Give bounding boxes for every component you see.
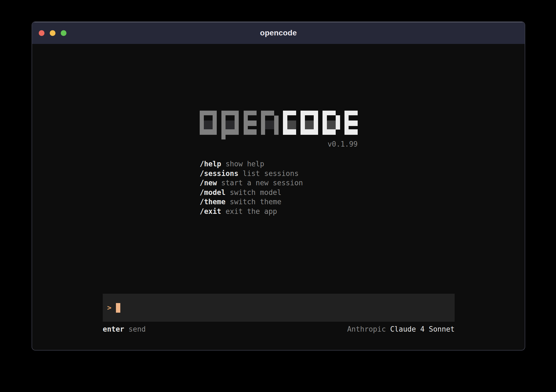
model-name: Claude 4 Sonnet — [390, 324, 455, 334]
command-row: /theme switch theme — [200, 197, 303, 207]
command-row: /sessions list sessions — [200, 169, 303, 178]
status-bar: enter send Anthropic Claude 4 Sonnet — [103, 324, 455, 334]
traffic-lights — [39, 22, 66, 44]
command-desc: show help — [226, 160, 264, 168]
prompt-input[interactable]: > — [103, 294, 455, 322]
text-cursor — [116, 303, 120, 313]
command-name: /exit — [200, 207, 221, 215]
command-desc: list sessions — [243, 169, 299, 178]
command-desc: switch model — [230, 188, 282, 197]
window-title: opencode — [260, 29, 297, 37]
command-name: /new — [200, 179, 217, 187]
model-indicator: Anthropic Claude 4 Sonnet — [347, 324, 455, 334]
provider-name: Anthropic — [347, 324, 386, 334]
command-name: /help — [200, 160, 221, 168]
app-window: opencode — [32, 21, 525, 351]
command-desc: start a new session — [221, 179, 303, 187]
command-name: /theme — [200, 198, 226, 206]
command-row: /model switch model — [200, 188, 303, 197]
prompt-chevron-icon: > — [107, 304, 112, 312]
opencode-logo-pixel-art — [200, 111, 358, 139]
zoom-button[interactable] — [61, 30, 66, 36]
version-label: v0.1.99 — [200, 139, 358, 149]
command-row: /new start a new session — [200, 178, 303, 188]
close-button[interactable] — [39, 30, 45, 36]
command-desc: switch theme — [230, 198, 282, 206]
command-row: /help show help — [200, 159, 303, 169]
minimize-button[interactable] — [50, 30, 55, 36]
command-name: /model — [200, 188, 226, 197]
command-row: /exit exit the app — [200, 207, 303, 216]
command-desc: exit the app — [226, 207, 277, 215]
command-list: /help show help /sessions list sessions … — [200, 159, 303, 216]
titlebar: opencode — [32, 22, 525, 44]
command-name: /sessions — [200, 169, 238, 178]
keybind-key: enter — [103, 324, 124, 334]
keybind-hint: enter send — [103, 324, 146, 334]
keybind-action: send — [129, 324, 146, 334]
